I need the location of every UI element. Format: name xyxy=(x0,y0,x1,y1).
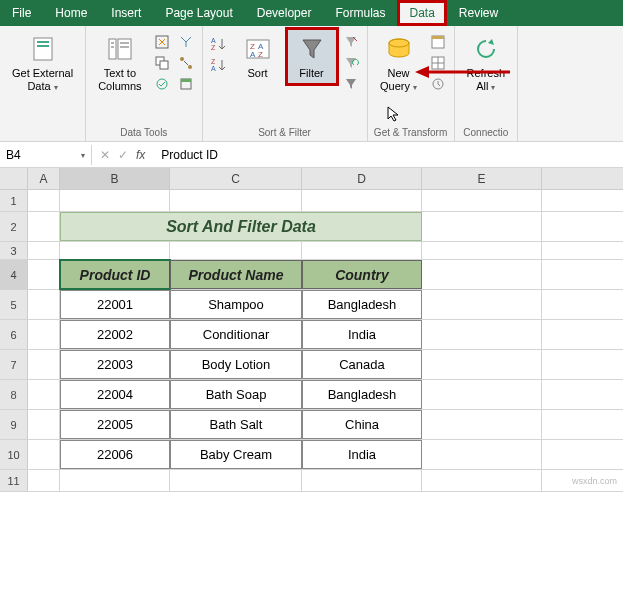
group-get-transform: New Query ▾ Get & Transform xyxy=(368,26,455,141)
cell-id[interactable]: 22004 xyxy=(60,380,170,409)
svg-rect-2 xyxy=(37,45,49,47)
group-label-spacer xyxy=(6,125,79,141)
select-all-corner[interactable] xyxy=(0,168,28,189)
data-tools-small-icons-1 xyxy=(152,29,172,93)
refresh-all-label: Refresh All ▾ xyxy=(467,67,506,93)
filter-button[interactable]: Filter xyxy=(287,29,337,84)
sort-icon: ZAAZ xyxy=(242,33,274,65)
row-header-6[interactable]: 6 xyxy=(0,320,28,349)
sort-asc-icon[interactable]: AZ xyxy=(209,35,229,53)
cell-id[interactable]: 22002 xyxy=(60,320,170,349)
cell-name[interactable]: Shampoo xyxy=(170,290,302,319)
row-header-8[interactable]: 8 xyxy=(0,380,28,409)
clear-filter-icon[interactable] xyxy=(341,33,361,51)
name-box-dropdown-icon[interactable]: ▾ xyxy=(81,151,85,160)
table-row: 5 22001 Shampoo Bangladesh xyxy=(0,290,623,320)
grid-row-2: 2 Sort And Filter Data xyxy=(0,212,623,242)
recent-sources-icon[interactable] xyxy=(428,75,448,93)
tab-insert[interactable]: Insert xyxy=(99,0,153,26)
header-country[interactable]: Country xyxy=(302,260,422,289)
col-header-b[interactable]: B xyxy=(60,168,170,189)
cell-country[interactable]: India xyxy=(302,440,422,469)
remove-duplicates-icon[interactable] xyxy=(152,54,172,72)
sort-button[interactable]: ZAAZ Sort xyxy=(233,29,283,84)
text-to-columns-button[interactable]: Text to Columns xyxy=(92,29,147,97)
cell-name[interactable]: Body Lotion xyxy=(170,350,302,379)
relationships-icon[interactable] xyxy=(176,54,196,72)
group-sort-filter: AZ ZA ZAAZ Sort Filter Sort & Filt xyxy=(203,26,368,141)
new-query-button[interactable]: New Query ▾ xyxy=(374,29,424,97)
row-header-9[interactable]: 9 xyxy=(0,410,28,439)
formula-buttons: ✕ ✓ fx xyxy=(92,148,153,162)
get-external-data-icon xyxy=(27,33,59,65)
cell-name[interactable]: Baby Cream xyxy=(170,440,302,469)
cell-country[interactable]: Bangladesh xyxy=(302,290,422,319)
new-query-label: New Query ▾ xyxy=(380,67,417,93)
tab-file[interactable]: File xyxy=(0,0,43,26)
data-tools-group-label: Data Tools xyxy=(92,125,195,141)
reapply-filter-icon[interactable] xyxy=(341,54,361,72)
refresh-all-icon xyxy=(470,33,502,65)
show-queries-icon[interactable] xyxy=(428,33,448,51)
cell-id[interactable]: 22005 xyxy=(60,410,170,439)
manage-data-model-icon[interactable] xyxy=(176,75,196,93)
tab-review[interactable]: Review xyxy=(447,0,510,26)
advanced-filter-icon[interactable] xyxy=(341,75,361,93)
tab-developer[interactable]: Developer xyxy=(245,0,324,26)
cell-id[interactable]: 22003 xyxy=(60,350,170,379)
watermark: wsxdn.com xyxy=(572,476,617,486)
row-header-2[interactable]: 2 xyxy=(0,212,28,241)
text-to-columns-label: Text to Columns xyxy=(98,67,141,93)
cell-country[interactable]: Bangladesh xyxy=(302,380,422,409)
data-validation-icon[interactable] xyxy=(152,75,172,93)
name-box[interactable]: B4 ▾ xyxy=(0,145,92,165)
header-product-name[interactable]: Product Name xyxy=(170,260,302,289)
new-query-icon xyxy=(383,33,415,65)
sort-filter-group-label: Sort & Filter xyxy=(209,125,361,141)
cell-country[interactable]: Canada xyxy=(302,350,422,379)
accept-formula-icon[interactable]: ✓ xyxy=(118,148,128,162)
row-header-10[interactable]: 10 xyxy=(0,440,28,469)
cell-name[interactable]: Bath Soap xyxy=(170,380,302,409)
cell-country[interactable]: China xyxy=(302,410,422,439)
header-product-id[interactable]: Product ID xyxy=(60,260,170,289)
row-header-11[interactable]: 11 xyxy=(0,470,28,491)
tab-data[interactable]: Data xyxy=(397,0,446,26)
refresh-all-button[interactable]: Refresh All ▾ xyxy=(461,29,512,97)
row-header-7[interactable]: 7 xyxy=(0,350,28,379)
cell-name[interactable]: Conditionar xyxy=(170,320,302,349)
group-connections: Refresh All ▾ Connectio xyxy=(455,26,519,141)
tab-formulas[interactable]: Formulas xyxy=(323,0,397,26)
formula-input[interactable]: Product ID xyxy=(153,145,623,165)
svg-text:Z: Z xyxy=(211,44,216,51)
svg-rect-3 xyxy=(109,39,116,59)
get-external-data-button[interactable]: Get External Data ▾ xyxy=(6,29,79,97)
table-row: 9 22005 Bath Salt China xyxy=(0,410,623,440)
spreadsheet-grid: A B C D E 1 2 Sort And Filter Data 3 4 P… xyxy=(0,168,623,492)
cell-id[interactable]: 22001 xyxy=(60,290,170,319)
row-header-1[interactable]: 1 xyxy=(0,190,28,211)
flash-fill-icon[interactable] xyxy=(152,33,172,51)
cell-id[interactable]: 22006 xyxy=(60,440,170,469)
cell-country[interactable]: India xyxy=(302,320,422,349)
col-header-a[interactable]: A xyxy=(28,168,60,189)
sort-desc-icon[interactable]: ZA xyxy=(209,56,229,74)
cancel-formula-icon[interactable]: ✕ xyxy=(100,148,110,162)
fx-icon[interactable]: fx xyxy=(136,148,145,162)
tab-home[interactable]: Home xyxy=(43,0,99,26)
row-header-4[interactable]: 4 xyxy=(0,260,28,289)
table-row: 10 22006 Baby Cream India xyxy=(0,440,623,470)
row-header-5[interactable]: 5 xyxy=(0,290,28,319)
col-header-d[interactable]: D xyxy=(302,168,422,189)
cell-name[interactable]: Bath Salt xyxy=(170,410,302,439)
col-header-c[interactable]: C xyxy=(170,168,302,189)
title-cell[interactable]: Sort And Filter Data xyxy=(60,212,422,241)
tab-page-layout[interactable]: Page Layout xyxy=(153,0,244,26)
from-table-icon[interactable] xyxy=(428,54,448,72)
filter-icon xyxy=(296,33,328,65)
consolidate-icon[interactable] xyxy=(176,33,196,51)
svg-line-15 xyxy=(184,61,188,65)
row-header-3[interactable]: 3 xyxy=(0,242,28,259)
table-row: 7 22003 Body Lotion Canada xyxy=(0,350,623,380)
col-header-e[interactable]: E xyxy=(422,168,542,189)
